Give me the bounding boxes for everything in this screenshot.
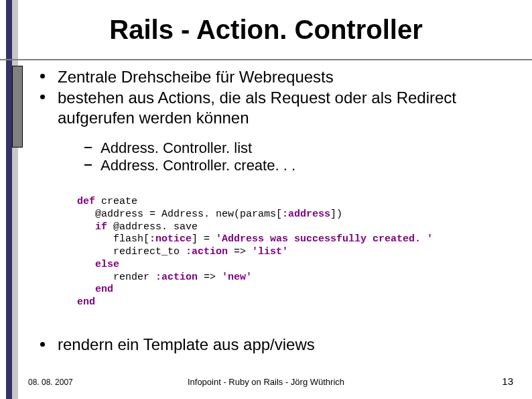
bullet-item: rendern ein Template aus app/views xyxy=(35,335,524,354)
last-bullet-container: rendern ein Template aus app/views xyxy=(35,335,524,354)
code-block: def create @address = Address. new(param… xyxy=(77,196,433,309)
slide-content: Zentrale Drehscheibe für Webrequests bes… xyxy=(35,67,524,176)
bullet-item: bestehen aus Actions, die als Request od… xyxy=(35,88,524,174)
bullet-item: Zentrale Drehscheibe für Webrequests xyxy=(35,67,524,87)
bullet-text: bestehen aus Actions, die als Request od… xyxy=(58,89,456,126)
footer-center: Infopoint - Ruby on Rails - Jörg Wüthric… xyxy=(0,377,532,387)
sub-bullet-item: Address. Controller. create. . . xyxy=(84,157,524,174)
title-underline xyxy=(0,59,532,60)
footer-page-number: 13 xyxy=(502,376,513,387)
sub-bullet-item: Address. Controller. list xyxy=(84,139,524,157)
slide-title: Rails - Action. Controller xyxy=(0,15,532,45)
